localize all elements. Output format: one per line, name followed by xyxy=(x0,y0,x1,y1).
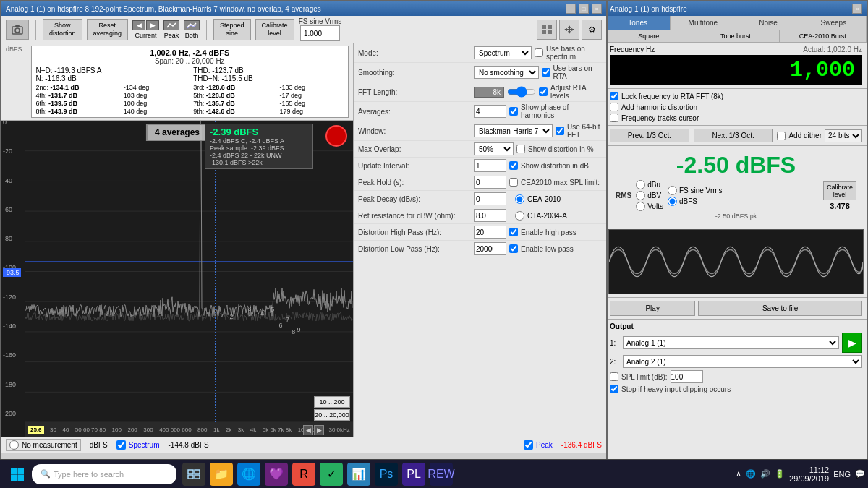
update-interval-spinner[interactable] xyxy=(474,159,506,172)
notification-icon[interactable]: 💬 xyxy=(855,469,865,479)
show-dist-pct-check[interactable] xyxy=(516,145,525,153)
play-output-1-btn[interactable]: ▶ xyxy=(842,333,862,353)
tab-multitone[interactable]: Multitone xyxy=(671,16,736,30)
dbfs-status-label: dBFS xyxy=(90,441,108,449)
arrow-icon[interactable] xyxy=(559,20,579,40)
fs-sine-radio[interactable] xyxy=(668,186,677,195)
app4-icon[interactable]: R xyxy=(292,463,315,486)
right-close-button[interactable]: × xyxy=(852,4,862,14)
prev-oct-button[interactable]: Prev. 1/3 Oct. xyxy=(610,129,689,142)
subtab-cea2010[interactable]: CEA-2010 Burst xyxy=(780,30,867,42)
dbv-radio[interactable] xyxy=(636,191,645,200)
camera-icon[interactable] xyxy=(6,20,29,40)
peak-hold-spinner[interactable] xyxy=(474,176,506,189)
ref-resist-spinner[interactable] xyxy=(474,209,506,222)
tab-tones[interactable]: Tones xyxy=(605,16,671,30)
dbfs-line3: Peak sample: -2.39 dBFS xyxy=(210,145,308,152)
subtab-tone-burst[interactable]: Tone burst xyxy=(692,30,779,42)
tab-sweeps[interactable]: Sweeps xyxy=(801,16,867,30)
no-measurement-radio[interactable] xyxy=(9,440,19,450)
use-bars-rta-check[interactable] xyxy=(542,68,550,77)
app5-icon[interactable]: ✓ xyxy=(320,463,343,486)
dither-select[interactable]: 24 bits xyxy=(825,129,862,142)
stats-title: 1,002.0 Hz, -2.4 dBFS xyxy=(36,48,344,57)
max-overlap-select[interactable]: 50% xyxy=(474,142,514,155)
enable-low-pass-check[interactable] xyxy=(509,244,518,253)
record-button[interactable] xyxy=(326,125,347,147)
calibrate-btn[interactable]: Calibrate level xyxy=(823,181,856,200)
show-dist-db-check[interactable] xyxy=(509,161,518,170)
spl-input[interactable] xyxy=(671,370,703,383)
fft-slider[interactable] xyxy=(507,86,536,98)
window-select[interactable]: Blackman-Harris 7 xyxy=(474,124,553,137)
show-distortion-button[interactable]: Show distortion xyxy=(43,19,82,40)
next-oct-button[interactable]: Next 1/3 Oct. xyxy=(694,129,773,142)
peak-decay-spinner[interactable] xyxy=(474,192,506,205)
dbfs-radio[interactable] xyxy=(668,197,677,206)
app8-icon[interactable]: PL xyxy=(402,463,425,486)
lock-freq-check[interactable] xyxy=(610,92,618,100)
cta2034a-radio[interactable] xyxy=(515,211,524,221)
taskbar-up-arrow[interactable]: ∧ xyxy=(736,469,741,479)
dbfs-line5: -130.1 dBFS >22k xyxy=(210,159,308,166)
maximize-button[interactable]: □ xyxy=(579,4,589,14)
battery-icon: 🔋 xyxy=(775,469,785,479)
output-2-select[interactable]: Analog 2 (1) xyxy=(623,355,862,368)
play-button[interactable]: Play xyxy=(610,301,695,316)
close-button[interactable]: × xyxy=(592,4,602,14)
mode-select[interactable]: Spectrum xyxy=(474,46,532,59)
speaker-icon[interactable]: 🔊 xyxy=(760,469,770,479)
peak-icon[interactable] xyxy=(163,20,179,30)
nav-prev-icon[interactable]: ◀ xyxy=(132,20,145,30)
stop-clipping-check[interactable] xyxy=(610,385,618,393)
scroll-bar-h[interactable] xyxy=(1,453,606,459)
edge-icon[interactable]: 🌐 xyxy=(237,463,260,486)
zoom-btn-1[interactable]: 10 .. 200 xyxy=(314,396,350,408)
dist-high-spinner[interactable] xyxy=(474,226,506,239)
volts-radio[interactable] xyxy=(636,202,645,211)
show-phase-check[interactable] xyxy=(509,107,518,116)
both-icon[interactable] xyxy=(184,20,200,30)
settings-icon[interactable]: ⚙ xyxy=(582,20,602,40)
zoom-btn-2[interactable]: 20 .. 20,000 xyxy=(314,409,350,421)
peak-check[interactable] xyxy=(524,440,533,450)
clock[interactable]: 11:12 29/09/2019 xyxy=(789,466,829,483)
fs-sine-input[interactable] xyxy=(300,25,340,41)
tab-noise[interactable]: Noise xyxy=(736,16,801,30)
add-harmonic-check[interactable] xyxy=(610,103,618,111)
use-bars-spectrum-check[interactable] xyxy=(535,48,543,57)
app6-icon[interactable]: 📊 xyxy=(347,463,370,486)
smoothing-select[interactable]: No smoothing xyxy=(474,66,539,79)
dbu-radio[interactable] xyxy=(636,180,645,189)
cea2010-radio[interactable] xyxy=(515,194,524,204)
app3-icon[interactable]: 💜 xyxy=(265,463,288,486)
calibrate-level-button[interactable]: Calibrate level xyxy=(255,19,294,40)
start-button[interactable] xyxy=(3,462,32,487)
nav-next-icon[interactable]: ▶ xyxy=(146,20,159,30)
adjust-rta-check[interactable] xyxy=(539,87,548,96)
use-64bit-check[interactable] xyxy=(556,127,564,135)
dist-low-spinner[interactable] xyxy=(474,242,506,255)
reset-averaging-button[interactable]: Reset averaging xyxy=(87,19,129,40)
save-to-file-button[interactable]: Save to file xyxy=(698,301,862,316)
subtab-square[interactable]: Square xyxy=(605,30,692,42)
averages-spinner[interactable] xyxy=(474,105,506,118)
freq-tracks-label: Frequency tracks cursor xyxy=(621,114,699,122)
rew-icon[interactable]: REW xyxy=(430,463,453,486)
spectrum-check[interactable] xyxy=(116,440,126,450)
nav-right-arrow[interactable]: ▶ xyxy=(314,425,324,435)
taskview-button[interactable] xyxy=(182,463,205,486)
cea2010-spl-check[interactable] xyxy=(509,178,518,187)
nav-left-arrow[interactable]: ◀ xyxy=(303,425,313,435)
output-1-select[interactable]: Analog 1 (1) xyxy=(623,336,839,349)
grid-icon[interactable] xyxy=(537,20,557,40)
taskbar-search-box[interactable]: 🔍 Type here to search xyxy=(32,464,176,484)
add-dither-check[interactable] xyxy=(777,132,786,140)
enable-high-pass-check[interactable] xyxy=(509,228,518,236)
stepped-sine-button[interactable]: Stepped sine xyxy=(213,19,251,40)
spl-check[interactable] xyxy=(610,372,618,381)
minimize-button[interactable]: − xyxy=(566,4,576,14)
file-explorer-icon[interactable]: 📁 xyxy=(210,463,233,486)
photoshop-icon[interactable]: Ps xyxy=(375,463,398,486)
freq-tracks-check[interactable] xyxy=(610,114,618,122)
